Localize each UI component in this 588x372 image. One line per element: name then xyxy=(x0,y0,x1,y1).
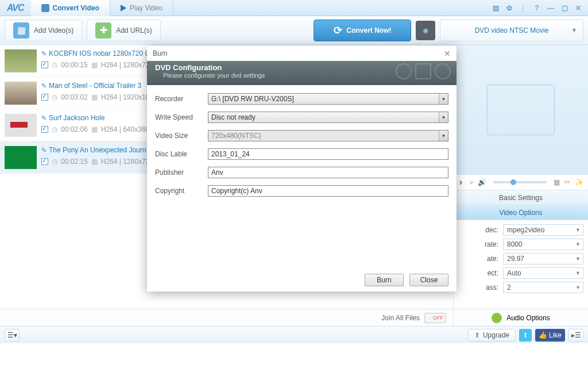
field-row: Publisher Anv xyxy=(155,167,448,178)
checkbox[interactable] xyxy=(41,94,48,101)
tab-play-video[interactable]: Play Video xyxy=(110,0,173,16)
checkbox[interactable] xyxy=(41,62,48,68)
tab-convert-video[interactable]: Convert Video xyxy=(31,0,110,16)
pass-select[interactable]: 2▼ xyxy=(503,282,583,293)
add-urls-button[interactable]: ✚ Add URL(s) xyxy=(87,20,161,41)
add-videos-button[interactable]: ▦ Add Video(s) xyxy=(5,20,82,41)
video-options-header[interactable]: Video Options xyxy=(454,205,588,220)
dialog-close-icon[interactable]: ✕ xyxy=(444,49,451,58)
field-label: Copyright xyxy=(155,187,208,195)
menu-button[interactable]: ☰▾ xyxy=(5,329,20,342)
dialog-titlebar: Burn ✕ xyxy=(147,46,457,61)
checkbox[interactable] xyxy=(41,158,48,165)
field-value: Disc not ready xyxy=(211,113,256,121)
join-toggle[interactable]: OFF xyxy=(424,313,446,323)
speaker-icon xyxy=(492,313,502,323)
video-thumbnail xyxy=(5,114,37,137)
volume-slider[interactable] xyxy=(493,181,547,183)
join-label: Join All Files xyxy=(381,314,420,322)
option-row: rate: 8000▼ xyxy=(458,237,583,251)
cut-icon[interactable]: ✂ xyxy=(564,178,570,186)
edit-icon[interactable]: ✎ xyxy=(41,147,47,154)
dialog-body: Recorder G:\ [DVD RW DRU-V200S]▼ Write S… xyxy=(147,85,457,269)
twitter-button[interactable]: t xyxy=(519,329,532,342)
burn-disc-button[interactable]: ◉ xyxy=(416,21,435,40)
output-profile-select[interactable]: DVD video NTSC Movie ▼ xyxy=(440,20,583,41)
codec-select[interactable]: mpeg2video▼ xyxy=(503,224,583,236)
edit-icon[interactable]: ✎ xyxy=(41,50,47,57)
duration: 00:02:06 xyxy=(61,125,88,133)
help-divider: | xyxy=(518,3,528,13)
recorder-select[interactable]: G:\ [DVD RW DRU-V200S]▼ xyxy=(208,93,448,105)
option-label: rate: xyxy=(458,240,500,248)
framerate-select[interactable]: 29.97▼ xyxy=(503,253,583,264)
crop-icon[interactable]: ▦ xyxy=(554,178,560,186)
volume-icon[interactable]: 🔊 xyxy=(478,178,486,186)
disc-label-input[interactable]: 2013_01_24 xyxy=(208,148,448,160)
preview-controls: ⏵ ▿ 🔊 ▦ ✂ ✨ xyxy=(454,174,588,190)
format: H264 | 1280x720 xyxy=(101,158,153,166)
chevron-down-icon: ▼ xyxy=(439,112,448,122)
clock-icon: ◷ xyxy=(52,158,57,166)
video-thumbnail xyxy=(5,49,37,72)
field-row: Write Speed Disc not ready▼ xyxy=(155,112,448,123)
dialog-title: Burn xyxy=(153,49,167,57)
snapshot-icon[interactable]: ▿ xyxy=(470,178,473,186)
publisher-input[interactable]: Anv xyxy=(208,167,448,178)
convert-icon xyxy=(41,4,49,12)
field-label: Publisher xyxy=(155,168,208,177)
option-value: 29.97 xyxy=(507,255,524,263)
app-logo: AVC xyxy=(0,3,31,13)
close-icon[interactable]: ✕ xyxy=(573,3,583,13)
thumb-icon: 👍 xyxy=(539,331,547,339)
video-thumbnail xyxy=(5,146,37,169)
edit-icon[interactable]: ✎ xyxy=(41,114,47,122)
chevron-down-icon: ▼ xyxy=(575,227,581,233)
play-icon xyxy=(121,5,126,11)
writespeed-select[interactable]: Disc not ready▼ xyxy=(208,112,448,123)
bitrate-select[interactable]: 8000▼ xyxy=(503,239,583,250)
basic-settings-header[interactable]: Basic Settings xyxy=(454,190,588,205)
close-button[interactable]: Close xyxy=(409,274,448,286)
help-icon[interactable]: ? xyxy=(532,3,542,13)
next-button[interactable]: ▸☰ xyxy=(568,329,583,342)
burn-button[interactable]: Burn xyxy=(365,274,404,286)
chevron-down-icon: ▼ xyxy=(575,270,581,276)
title-text: KOCBFN IOS nobar 1280x720 Q xyxy=(49,49,150,57)
maximize-icon[interactable]: ▢ xyxy=(559,3,570,13)
option-label: ect: xyxy=(458,269,500,277)
field-value: 720x480(NTSC) xyxy=(211,132,261,140)
join-files-bar: Join All Files OFF xyxy=(0,309,453,326)
minimize-icon[interactable]: — xyxy=(546,3,556,13)
tab-label: Convert Video xyxy=(53,4,99,12)
format-icon: ▦ xyxy=(91,93,98,101)
format: H264 | 640x360 xyxy=(101,125,150,133)
camera-icon[interactable]: ⏵ xyxy=(458,178,465,186)
title-text: Surf Jackson Hole xyxy=(49,114,105,122)
film-icon xyxy=(486,84,555,136)
audio-options-bar[interactable]: Audio Options xyxy=(454,309,588,326)
field-label: Video Size xyxy=(155,132,208,140)
videosize-select: 720x480(NTSC)▼ xyxy=(208,130,448,141)
preview-area xyxy=(454,45,588,174)
option-value: 8000 xyxy=(507,240,523,248)
refresh-icon: ⟳ xyxy=(334,24,342,37)
globe-icon: ✚ xyxy=(95,22,111,39)
upgrade-button[interactable]: ⬆ Upgrade xyxy=(468,329,516,342)
clock-icon: ◷ xyxy=(52,93,57,101)
toolbar: ▦ Add Video(s) ✚ Add URL(s) ⟳ Convert No… xyxy=(0,16,588,45)
upgrade-icon: ⬆ xyxy=(474,331,480,339)
aspect-select[interactable]: Auto▼ xyxy=(503,267,583,279)
facebook-like-button[interactable]: 👍 Like xyxy=(535,329,565,342)
settings-icon[interactable]: ✿ xyxy=(504,3,514,13)
window-controls: ▤ ✿ | ? — ▢ ✕ xyxy=(490,3,588,13)
copyright-input[interactable]: Copyright(c) Anv xyxy=(208,185,448,197)
feedback-icon[interactable]: ▤ xyxy=(490,3,501,13)
convert-now-button[interactable]: ⟳ Convert Now! xyxy=(314,20,411,41)
edit-icon[interactable]: ✎ xyxy=(41,82,47,90)
field-row: Disc Lable 2013_01_24 xyxy=(155,148,448,160)
button-label: Convert Now! xyxy=(347,26,392,34)
effects-icon[interactable]: ✨ xyxy=(575,178,583,186)
checkbox[interactable] xyxy=(41,126,48,133)
option-row: ect: Auto▼ xyxy=(458,266,583,280)
